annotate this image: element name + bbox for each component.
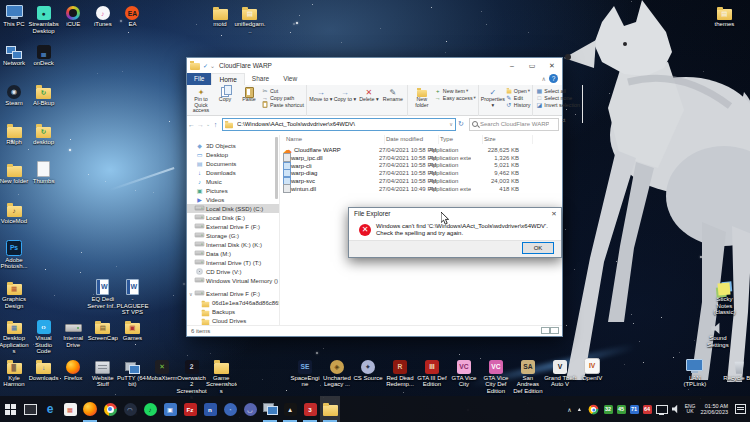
help-icon[interactable]: ?	[549, 74, 558, 83]
desktop-icon-adobe-photosh[interactable]: PsAdobe Photosh...	[0, 239, 30, 270]
desktop-icon-unifiedgam[interactable]: ▤unifiedgam...	[234, 3, 266, 34]
taskbar-file-explorer-icon[interactable]	[320, 396, 340, 422]
column-header-size[interactable]: Size	[482, 135, 533, 144]
desktop-icon-themes[interactable]: ▤themes	[708, 3, 740, 28]
desktop-icon-visual-studio-code[interactable]: ‹›Visual Studio Code	[28, 317, 60, 355]
nav-item-music[interactable]: ♪Music	[187, 177, 279, 186]
tab-home[interactable]: Home	[211, 73, 244, 85]
column-header-type[interactable]: Type	[438, 135, 483, 144]
desktop-icon-sticky-notes-classic[interactable]: Sticky Notes (classic)	[708, 278, 740, 316]
move-to-button[interactable]: →Move to ▾	[309, 86, 333, 116]
taskbar-edge-icon[interactable]: e	[40, 396, 60, 422]
copy-to-button[interactable]: →Copy to ▾	[333, 86, 357, 116]
paste-button[interactable]: Paste	[237, 86, 261, 116]
desktop-icon-website-stuff[interactable]: Website Stuff	[87, 357, 119, 388]
desktop-icon-network[interactable]: Network	[0, 42, 30, 67]
tray-chevron-icon[interactable]: ∧	[565, 396, 573, 422]
desktop-icon-mobaxterm[interactable]: ✕MobaXterm	[146, 357, 178, 382]
desktop-icon-game-screenshots[interactable]: Game Screenshots	[205, 357, 237, 395]
desktop-icon-kyle-harmon[interactable]: ▉Kyle Harmon	[0, 357, 30, 388]
desktop-icon-overwatch-2-screenshots[interactable]: 2Overwatch 2 Screenshots	[176, 357, 208, 401]
delete-button[interactable]: ✕Delete ▾	[357, 86, 381, 116]
nav-item-downloads[interactable]: ↓Downloads	[187, 168, 279, 177]
taskbar-putty-icon[interactable]	[260, 396, 280, 422]
file-row-warp-cli[interactable]: warp-cli27/04/2021 10:58 PMApplication5,…	[280, 162, 562, 170]
tab-file[interactable]: File	[187, 73, 211, 85]
desktop-icon-gta-iii-def-edition[interactable]: IIIGTA III Def Edition	[416, 357, 448, 388]
back-icon[interactable]: ←	[187, 121, 196, 128]
action-center-icon[interactable]	[735, 404, 746, 414]
file-row-warp-ipc-dll[interactable]: warp_ipc.dll27/04/2021 10:58 PMApplicati…	[280, 154, 562, 162]
tray-badge-45[interactable]: 45	[615, 396, 628, 422]
tab-view[interactable]: View	[276, 73, 304, 85]
tray-badge-71[interactable]: 71	[628, 396, 641, 422]
column-header-name[interactable]: Name	[284, 135, 385, 144]
desktop-icon-steam[interactable]: ◉Steam	[0, 82, 30, 107]
desktop-icon-gta-vice-city-def-edition[interactable]: VCGTA Vice City Def Edition	[480, 357, 512, 395]
taskbar-red-3-app-icon[interactable]: 3	[300, 396, 320, 422]
properties-button[interactable]: ✓Properties ▾	[481, 86, 505, 116]
nav-item-desktop[interactable]: ▭Desktop	[187, 150, 279, 159]
taskbar-photos-icon[interactable]: ▣	[160, 396, 180, 422]
nav-item-windows-virtual-memory[interactable]: Windows Virtual Memory ()	[187, 276, 279, 285]
taskbar-filezilla-icon[interactable]: Fz	[180, 396, 200, 422]
tray-badge-32[interactable]: 32	[602, 396, 615, 422]
taskbar-white-tile-app-icon[interactable]: ▦	[60, 396, 80, 422]
taskbar-n-app-icon[interactable]: n	[200, 396, 220, 422]
nav-item-3d-objects[interactable]: ◆3D Objects	[187, 141, 279, 150]
open-button[interactable]: Open▾	[505, 87, 530, 94]
desktop-icon-uncharted-legacy[interactable]: ◈Uncharted Legacy ...	[321, 357, 353, 388]
desktop-icon-icue[interactable]: iCUE	[57, 3, 89, 28]
volume-icon[interactable]	[670, 396, 683, 422]
select-all-button[interactable]: ▦Select all	[535, 87, 580, 94]
desktop-icon-gta-vice-city[interactable]: VCGTA Vice City	[448, 357, 480, 388]
file-row-warp-diag[interactable]: warp-diag27/04/2021 10:58 PMApplication9…	[280, 169, 562, 177]
copy-button[interactable]: Copy	[213, 86, 237, 116]
taskbar-task-view-icon[interactable]	[20, 396, 40, 422]
desktop-icon-recycle-bin[interactable]: Recycle Bin	[723, 357, 750, 382]
tray-badge-64[interactable]: 64	[641, 396, 654, 422]
desktop-icon-plaguefest-vps[interactable]: -PLAGUEFEST VPS	[116, 278, 148, 316]
desktop-icon-ondeck[interactable]: ▄onDeck	[28, 42, 60, 67]
select-none-button[interactable]: □Select none	[535, 94, 580, 101]
desktop-icon-graphics-design[interactable]: ▦Graphics Design	[0, 278, 30, 309]
search-box[interactable]: Search CloudFlare WARP	[469, 118, 559, 131]
details-view-icon[interactable]	[541, 327, 550, 334]
file-row-wintun-dll[interactable]: wintun.dll27/04/2021 10:49 PMApplication…	[280, 185, 562, 193]
paste-shortcut-button[interactable]: Paste shortcut	[261, 101, 304, 108]
taskbar-blue-sphere-app-icon[interactable]: ◔	[220, 396, 240, 422]
nav-item-documents[interactable]: ▤Documents	[187, 159, 279, 168]
dialog-close-icon[interactable]: ✕	[547, 210, 561, 218]
desktop-icon-ralph[interactable]: Ralph	[0, 121, 30, 146]
address-dropdown-icon[interactable]: ∨	[449, 121, 453, 127]
desktop-icon-cs-source[interactable]: ⌖CS Source	[352, 357, 384, 382]
desktop-icon-ea[interactable]: EAEA	[116, 3, 148, 28]
dialog-titlebar[interactable]: File Explorer ✕	[349, 208, 561, 219]
close-button[interactable]: ✕	[542, 58, 562, 73]
taskbar-discord-icon[interactable]: ◡	[240, 396, 260, 422]
explorer-titlebar[interactable]: ✓ ⌄ CloudFlare WARP – ▭ ✕	[187, 58, 562, 73]
desktop-icon-eq-dedi-server-inf[interactable]: EQ Dedi Server Inf...	[87, 278, 119, 309]
desktop-icon-this-pc[interactable]: This PC	[0, 3, 30, 28]
desktop-icon-motd[interactable]: motd	[204, 3, 236, 28]
desktop-icon-lan-tplink[interactable]: LAN (TPLink)	[679, 357, 711, 388]
history-button[interactable]: ↺History	[505, 101, 530, 108]
rename-button[interactable]: ✎Rename	[381, 86, 405, 116]
column-header-date-modified[interactable]: Date modified	[384, 135, 439, 144]
desktop-icon-spaceengine[interactable]: SESpaceEngine	[289, 357, 321, 388]
taskbar-firefox-icon[interactable]	[80, 396, 100, 422]
qat-check-icon[interactable]: ✓	[203, 62, 208, 69]
qat-dropdown-icon[interactable]: ⌄	[210, 62, 215, 69]
desktop-icon-itunes[interactable]: ♪iTunes	[87, 3, 119, 28]
desktop-icon-internal-drive[interactable]: Internal Drive	[57, 317, 89, 348]
ribbon-collapse-icon[interactable]: ∧	[542, 75, 546, 82]
minimize-button[interactable]: –	[502, 58, 522, 73]
taskbar-spotify-icon[interactable]: ♪	[140, 396, 160, 422]
easy-access-button[interactable]: →Easy access▾	[434, 94, 476, 101]
thumbnail-view-icon[interactable]	[550, 327, 559, 334]
clock[interactable]: 01:50 AM22/06/2023	[697, 403, 731, 416]
desktop-icon-firefox[interactable]: Firefox	[57, 357, 89, 382]
nav-item-pictures[interactable]: ▣Pictures	[187, 186, 279, 195]
desktop-icon-red-dead-redemp[interactable]: RRed Dead Redemp...	[384, 357, 416, 388]
desktop-icon-san-andreas-def-edition[interactable]: SASan Andreas Def Edition	[512, 357, 544, 395]
